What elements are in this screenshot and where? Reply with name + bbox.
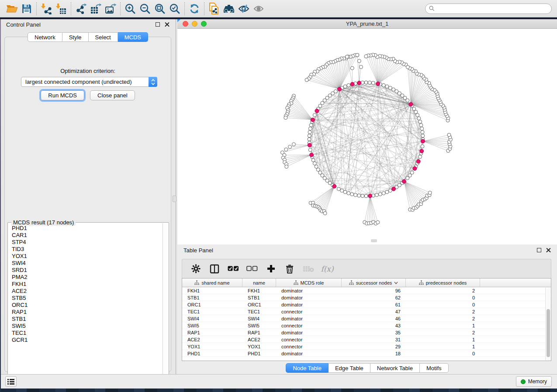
network-node[interactable] xyxy=(447,133,451,137)
network-node[interactable] xyxy=(350,66,354,70)
table-row[interactable]: STB1STB1dominator620 xyxy=(182,294,551,301)
network-node[interactable] xyxy=(392,88,395,91)
network-hub-node[interactable] xyxy=(409,102,413,106)
mcds-result-item[interactable]: TID3 xyxy=(8,246,162,253)
horizontal-splitter-handle[interactable] xyxy=(371,239,377,242)
network-node[interactable] xyxy=(308,131,311,134)
run-mcds-button[interactable]: Run MCDS xyxy=(41,90,84,100)
network-node[interactable] xyxy=(361,194,364,198)
network-node[interactable] xyxy=(313,162,316,165)
zoom-out-button[interactable] xyxy=(138,2,152,16)
network-node[interactable] xyxy=(357,194,361,197)
export-image-button[interactable] xyxy=(103,2,118,16)
table-row[interactable]: FKH1FKH1dominator962 xyxy=(182,287,551,294)
network-node[interactable] xyxy=(364,55,368,58)
network-graph[interactable] xyxy=(177,29,557,244)
network-node[interactable] xyxy=(359,65,363,69)
table-scrollbar-thumb[interactable] xyxy=(547,309,550,357)
tab-motifs[interactable]: Motifs xyxy=(420,363,449,373)
network-node[interactable] xyxy=(428,191,432,195)
zoom-fit-button[interactable] xyxy=(152,2,167,16)
network-hub-node[interactable] xyxy=(308,143,311,147)
table-row[interactable]: RAP1RAP1dominator352 xyxy=(182,329,551,336)
network-hub-node[interactable] xyxy=(420,149,424,153)
mcds-result-item[interactable]: ACE2 xyxy=(8,288,162,295)
network-node[interactable] xyxy=(416,113,419,117)
close-panel-button[interactable]: Close panel xyxy=(90,90,135,100)
network-node[interactable] xyxy=(388,86,392,89)
network-node[interactable] xyxy=(421,134,425,138)
open-file-button[interactable] xyxy=(4,2,19,16)
mcds-result-item[interactable]: PHD1 xyxy=(8,225,162,232)
network-from-document-button[interactable] xyxy=(207,2,221,16)
network-node[interactable] xyxy=(385,85,389,88)
add-column-button[interactable] xyxy=(265,263,277,275)
float-table-panel-icon[interactable] xyxy=(537,248,541,252)
network-node[interactable] xyxy=(313,113,316,117)
import-table-button[interactable] xyxy=(54,2,69,16)
search-input[interactable] xyxy=(425,3,552,14)
tab-edge-table[interactable]: Edge Table xyxy=(329,363,370,373)
network-node[interactable] xyxy=(375,193,378,197)
tab-mcds[interactable]: MCDS xyxy=(118,32,148,42)
column-header-shared-name[interactable]: shared name xyxy=(182,279,242,287)
network-node[interactable] xyxy=(323,212,327,215)
network-node[interactable] xyxy=(308,127,312,131)
network-node[interactable] xyxy=(343,190,347,194)
close-panel-icon[interactable] xyxy=(165,22,170,27)
mcds-result-item[interactable]: PMA2 xyxy=(8,274,162,281)
table-row[interactable]: TEC1TEC1connector472 xyxy=(182,308,551,315)
mcds-result-item[interactable]: RAP1 xyxy=(8,309,162,316)
mcds-result-item[interactable]: GCR1 xyxy=(8,337,162,344)
table-row[interactable]: ACE2ACE2connector311 xyxy=(182,336,551,343)
network-hub-node[interactable] xyxy=(368,194,372,198)
vertical-splitter-handle[interactable] xyxy=(173,196,176,202)
table-row[interactable]: ORC1ORC1dominator610 xyxy=(182,301,551,308)
network-node[interactable] xyxy=(305,78,308,82)
network-node[interactable] xyxy=(343,85,347,88)
show-panel-button[interactable] xyxy=(251,2,266,16)
network-node[interactable] xyxy=(419,124,423,127)
network-hub-node[interactable] xyxy=(357,81,361,85)
network-node[interactable] xyxy=(284,116,287,120)
export-network-button[interactable] xyxy=(73,2,88,16)
search-network-button[interactable] xyxy=(221,2,236,16)
mcds-result-item[interactable]: FKH1 xyxy=(8,281,162,288)
mcds-result-item[interactable]: ORC1 xyxy=(8,302,162,309)
zoom-in-button[interactable] xyxy=(123,2,138,16)
network-node[interactable] xyxy=(388,189,392,193)
mcds-result-item[interactable]: SWI4 xyxy=(8,260,162,267)
network-hub-node[interactable] xyxy=(337,87,341,91)
network-node[interactable] xyxy=(420,127,424,131)
export-table-button[interactable] xyxy=(88,2,103,16)
network-hub-node[interactable] xyxy=(315,109,319,113)
network-node[interactable] xyxy=(345,55,349,58)
tab-select[interactable]: Select xyxy=(89,32,118,42)
network-node[interactable] xyxy=(288,145,292,148)
zoom-selected-button[interactable] xyxy=(167,2,182,16)
mcds-list-scrollbar[interactable] xyxy=(163,223,168,380)
deselect-all-button[interactable] xyxy=(246,263,258,275)
network-node[interactable] xyxy=(340,189,344,193)
network-node[interactable] xyxy=(382,192,385,195)
network-node[interactable] xyxy=(378,193,382,196)
network-node[interactable] xyxy=(357,59,361,63)
select-all-button[interactable] xyxy=(228,263,239,275)
tab-node-table[interactable]: Node Table xyxy=(286,363,329,373)
column-header-name[interactable]: name xyxy=(242,279,276,287)
mcds-result-item[interactable]: CAR1 xyxy=(8,232,162,239)
hide-panel-button[interactable] xyxy=(236,2,251,16)
mcds-result-item[interactable]: TEC1 xyxy=(8,330,162,337)
delete-column-button[interactable] xyxy=(284,263,295,275)
network-node[interactable] xyxy=(308,138,311,141)
table-scrollbar[interactable] xyxy=(545,288,550,360)
task-history-button[interactable] xyxy=(5,376,17,387)
network-hub-node[interactable] xyxy=(402,179,406,183)
network-node[interactable] xyxy=(419,120,422,124)
float-panel-icon[interactable] xyxy=(156,22,160,27)
network-node[interactable] xyxy=(308,134,311,138)
network-hub-node[interactable] xyxy=(350,82,354,86)
network-node[interactable] xyxy=(347,83,350,87)
network-node[interactable] xyxy=(292,143,295,146)
close-table-panel-icon[interactable] xyxy=(546,248,551,253)
